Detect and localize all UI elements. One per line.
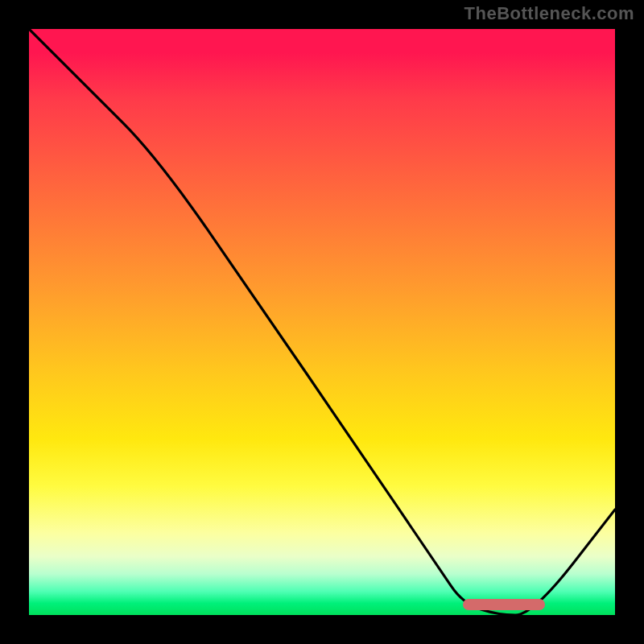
optimal-range-bar	[463, 599, 545, 610]
plot-area	[29, 29, 615, 615]
watermark-text: TheBottleneck.com	[464, 3, 634, 24]
chart-frame: TheBottleneck.com	[0, 0, 644, 644]
bottleneck-curve	[29, 29, 615, 615]
